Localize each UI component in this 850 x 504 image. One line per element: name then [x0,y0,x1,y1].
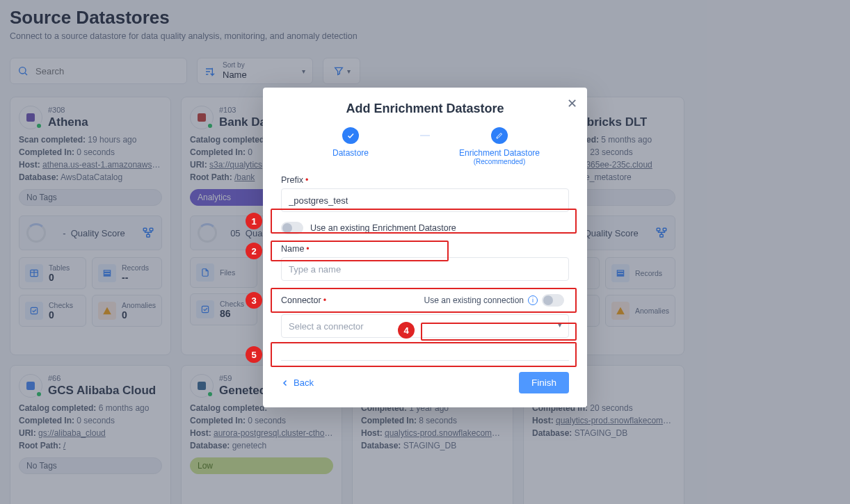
check-icon [342,127,359,144]
use-existing-enrichment-row: Use an existing Enrichment Datastore [281,222,569,234]
step-datastore: Datastore [281,127,420,158]
use-existing-connection-toggle[interactable] [542,294,564,307]
connector-label: Connector• [281,295,326,305]
prefix-label: Prefix• [281,175,569,185]
use-existing-enrichment-toggle[interactable] [281,222,303,234]
prefix-group: Prefix• [281,175,569,212]
use-existing-enrichment-label: Use an existing Enrichment Datastore [310,223,456,233]
info-icon[interactable]: i [528,295,538,305]
use-existing-connection-row: Use an existing connection i [419,291,569,310]
connector-select-input[interactable] [281,314,569,338]
pencil-icon [491,127,508,144]
wizard-stepper: Datastore Enrichment Datastore (Recommen… [281,127,569,165]
use-existing-connection-label: Use an existing connection [424,295,524,305]
chevron-left-icon [281,379,289,387]
finish-button[interactable]: Finish [519,372,569,393]
step-connector-line [420,135,430,136]
back-button[interactable]: Back [281,377,314,388]
close-icon[interactable]: ✕ [567,96,577,111]
modal-footer: Back Finish [281,360,569,393]
modal-title: Add Enrichment Datastore [281,101,569,116]
prefix-input[interactable] [281,188,569,212]
name-label: Name• [281,244,569,254]
name-input[interactable] [281,257,569,281]
name-group: Name• [281,244,569,281]
connector-group: Connector• Use an existing connection i [281,291,569,310]
add-enrichment-datastore-modal: ✕ Add Enrichment Datastore Datastore Enr… [263,88,587,407]
step-enrichment: Enrichment Datastore (Recommended) [430,127,569,165]
connector-select[interactable]: ▾ [281,314,569,338]
